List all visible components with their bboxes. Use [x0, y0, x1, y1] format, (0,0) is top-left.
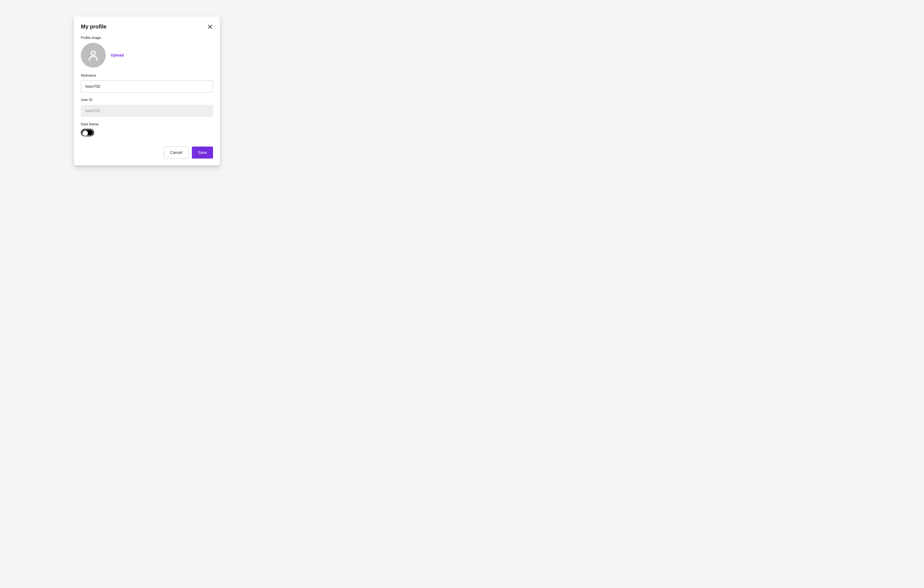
save-button[interactable]: Save	[192, 147, 213, 159]
cancel-button[interactable]: Cancel	[164, 147, 188, 159]
dark-theme-section: Dark theme	[81, 122, 213, 136]
svg-point-2	[91, 51, 96, 55]
profile-image-section: Profile image Upload	[81, 36, 213, 68]
modal-title: My profile	[81, 23, 107, 30]
avatar-placeholder	[81, 43, 106, 68]
dark-theme-label: Dark theme	[81, 122, 213, 126]
page-background: My profile Profile image Upload	[1, 1, 293, 186]
modal-header: My profile	[81, 23, 213, 30]
user-id-section: User ID hoon702	[81, 98, 213, 117]
profile-image-label: Profile image	[81, 36, 213, 40]
close-icon	[208, 24, 213, 29]
nickname-section: Nickname	[81, 74, 213, 92]
profile-image-row: Upload	[81, 43, 213, 68]
profile-modal: My profile Profile image Upload	[74, 17, 220, 165]
nickname-label: Nickname	[81, 74, 213, 78]
nickname-input[interactable]	[81, 81, 213, 92]
dark-theme-toggle[interactable]	[81, 129, 94, 136]
upload-button[interactable]: Upload	[111, 53, 124, 58]
toggle-knob	[82, 130, 88, 136]
close-button[interactable]	[207, 24, 213, 30]
modal-footer: Cancel Save	[81, 147, 213, 159]
user-id-label: User ID	[81, 98, 213, 102]
user-icon	[87, 49, 99, 61]
user-id-readonly: hoon702	[81, 105, 213, 117]
